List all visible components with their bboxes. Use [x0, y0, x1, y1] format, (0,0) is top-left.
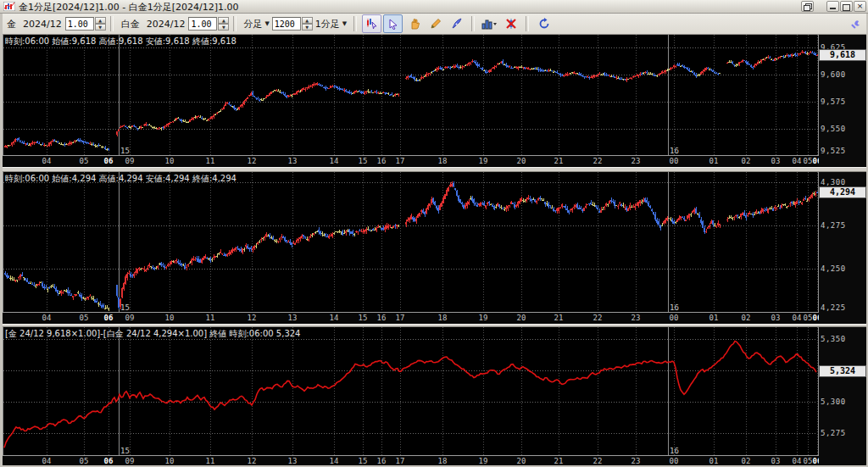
pen-icon: [451, 18, 463, 30]
minimize-icon[interactable]: [826, 1, 839, 12]
x-axis-label: 12: [243, 314, 260, 322]
gold-chart-canvas[interactable]: 1516: [0, 35, 868, 155]
bar-chart-icon: [481, 18, 498, 30]
x-axis-label: 01: [705, 314, 722, 322]
x-axis-label: 04: [38, 457, 55, 465]
hand-pan-button[interactable]: [404, 14, 424, 33]
refresh-button[interactable]: [534, 14, 554, 33]
x-axis-label: 01: [705, 157, 722, 165]
draw-pencil-button[interactable]: [426, 14, 445, 33]
svg-text:16: 16: [670, 447, 679, 455]
wrench-icon: [849, 19, 860, 31]
refresh-icon: [538, 18, 550, 30]
x-axis-label: 20: [513, 157, 530, 165]
x-axis-label: 17: [392, 314, 409, 322]
chart-window: 金1分足[2024/12]1.00 - 白金1分足[2024/12]1.00 ×…: [0, 0, 868, 467]
platinum-multiplier-input[interactable]: [188, 17, 217, 31]
interval-dropdown[interactable]: 1分足▼: [315, 18, 347, 31]
platinum-x-axis: 0405060910111213141516171819202122230001…: [0, 312, 866, 323]
platinum-chart-canvas[interactable]: 1516: [0, 172, 868, 312]
toolbar-separator: [110, 16, 114, 31]
svg-text:16: 16: [670, 303, 679, 312]
x-axis-label: 16: [373, 157, 390, 165]
x-axis-label: 02: [737, 157, 754, 165]
svg-text:15: 15: [120, 303, 130, 312]
chart-type-button[interactable]: [480, 14, 499, 33]
x-axis-label: 00: [665, 157, 682, 165]
svg-text:15: 15: [120, 147, 130, 155]
x-axis-label: 21: [550, 157, 567, 165]
y-axis-label: 9,550: [821, 125, 846, 133]
x-axis-label: 14: [326, 457, 342, 465]
x-axis-label: 22: [589, 457, 606, 465]
x-axis-label: 14: [326, 314, 342, 322]
chevron-down-icon: ▼: [264, 20, 269, 27]
y-axis-label: 4,275: [821, 221, 846, 230]
panel-splitter[interactable]: [0, 324, 868, 327]
x-axis-label: 06: [100, 314, 117, 322]
y-axis-label: 9,525: [821, 147, 846, 155]
window-left-border: [0, 14, 3, 467]
y-axis-label: 4,225: [821, 303, 846, 312]
delete-drawing-button[interactable]: [501, 14, 520, 33]
x-axis-label: 10: [161, 314, 178, 322]
cascade-window-icon[interactable]: [801, 1, 814, 12]
platinum-label: 白金: [121, 18, 140, 31]
platinum-multiplier-stepper[interactable]: ▲▼: [218, 17, 229, 31]
gold-multiplier-input[interactable]: [65, 17, 94, 31]
x-axis-label: 09: [121, 457, 138, 465]
kline-cursor-button[interactable]: [362, 14, 381, 33]
x-axis-label: 15: [354, 157, 371, 165]
platinum-contract: 2024/12: [147, 19, 186, 30]
gold-y-axis: 9,6259,6009,5759,5509,5259,618: [819, 35, 866, 166]
x-axis-label: 18: [434, 457, 451, 465]
pencil-icon: [430, 18, 442, 30]
gold-label: 金: [7, 18, 16, 31]
x-axis-label: 19: [475, 157, 492, 165]
x-axis-label: 18: [434, 157, 451, 165]
x-axis-label: 17: [392, 457, 409, 465]
bar-count-input[interactable]: [272, 17, 301, 31]
x-axis-label: 11: [202, 157, 219, 165]
x-axis-label: 06: [100, 157, 117, 165]
spread-y-axis: 5,3505,3255,3005,2755,324: [819, 327, 866, 466]
y-axis-label: 9,575: [821, 97, 846, 106]
close-icon[interactable]: ×: [854, 1, 866, 12]
select-arrow-button[interactable]: [383, 14, 403, 33]
x-axis-label: 02: [737, 314, 754, 322]
x-axis-label: 20: [513, 457, 530, 465]
x-axis-label: 22: [589, 157, 606, 165]
gold-x-axis: 0405060910111213141516171819202122230001…: [0, 155, 866, 166]
bar-type-dropdown[interactable]: 分足▼: [243, 18, 269, 31]
current-price-badge: 4,294: [819, 186, 866, 198]
x-axis-label: 04: [38, 157, 55, 165]
panel-splitter[interactable]: [0, 167, 868, 172]
x-axis-label: 05: [75, 314, 92, 322]
toolbar: 金 2024/12 ▲▼ 白金 2024/12 ▲▼ 分足▼ ▲▼ 1分足▼: [0, 14, 868, 35]
x-axis-label: 13: [284, 314, 301, 322]
x-axis-label: 03: [767, 457, 784, 465]
bar-count-stepper[interactable]: ▲▼: [302, 17, 313, 31]
current-price-badge: 5,324: [819, 365, 866, 377]
titlebar[interactable]: 金1分足[2024/12]1.00 - 白金1分足[2024/12]1.00 ×: [0, 0, 868, 14]
x-axis-label: 05: [75, 457, 92, 465]
settings-wrench-button[interactable]: [846, 16, 863, 33]
x-axis-label: 02: [737, 457, 754, 465]
svg-text:15: 15: [120, 447, 130, 455]
draw-pen-button[interactable]: [447, 14, 466, 33]
x-axis-label: 12: [243, 457, 260, 465]
x-axis-label: 13: [284, 457, 301, 465]
spread-chart-canvas[interactable]: 1516: [0, 327, 868, 455]
window-title: 金1分足[2024/12]1.00 - 白金1分足[2024/12]1.00: [19, 1, 239, 14]
x-axis-label: 10: [161, 457, 178, 465]
gold-multiplier-stepper[interactable]: ▲▼: [95, 17, 106, 31]
x-axis-label: 22: [589, 314, 606, 322]
y-axis-label: 5,300: [821, 398, 846, 406]
kline-cursor-icon: [365, 18, 378, 30]
platinum-y-axis: 4,3004,2754,2504,2254,294: [819, 172, 866, 323]
y-axis-label: 5,350: [821, 335, 846, 343]
maximize-icon[interactable]: [840, 1, 853, 12]
hand-pan-icon: [409, 18, 420, 30]
svg-text:16: 16: [670, 147, 679, 155]
x-axis-label: 23: [627, 314, 644, 322]
